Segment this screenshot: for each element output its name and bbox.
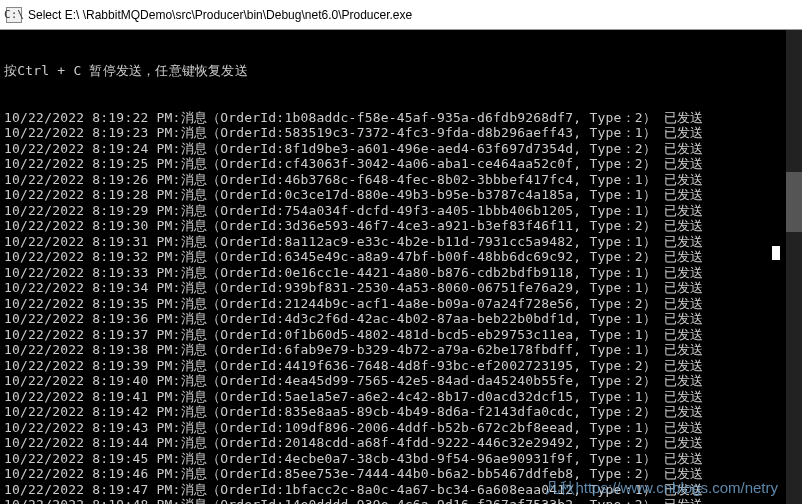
log-line: 10/22/2022 8:19:22 PM:消息（OrderId:1b08add… xyxy=(4,110,798,126)
vertical-scrollbar[interactable] xyxy=(786,30,802,504)
log-line: 10/22/2022 8:19:28 PM:消息（OrderId:0c3ce17… xyxy=(4,187,798,203)
log-line: 10/22/2022 8:19:43 PM:消息（OrderId:109df89… xyxy=(4,420,798,436)
log-line: 10/22/2022 8:19:23 PM:消息（OrderId:583519c… xyxy=(4,125,798,141)
window-titlebar[interactable]: C:\ Select E:\ \RabbitMQDemo\src\Produce… xyxy=(0,0,802,30)
window-title: Select E:\ \RabbitMQDemo\src\Producer\bi… xyxy=(28,8,412,22)
console-output[interactable]: 按Ctrl + C 暂停发送，任意键恢复发送 10/22/2022 8:19:2… xyxy=(0,30,802,504)
log-line: 10/22/2022 8:19:39 PM:消息（OrderId:4419f63… xyxy=(4,358,798,374)
log-line: 10/22/2022 8:19:44 PM:消息（OrderId:20148cd… xyxy=(4,435,798,451)
console-app-icon: C:\ xyxy=(6,7,22,23)
log-line: 10/22/2022 8:19:38 PM:消息（OrderId:6fab9e7… xyxy=(4,342,798,358)
log-line: 10/22/2022 8:19:32 PM:消息（OrderId:6345e49… xyxy=(4,249,798,265)
log-line: 10/22/2022 8:19:30 PM:消息（OrderId:3d36e59… xyxy=(4,218,798,234)
hint-line: 按Ctrl + C 暂停发送，任意键恢复发送 xyxy=(4,63,798,79)
scrollbar-thumb[interactable] xyxy=(786,172,802,232)
log-line: 10/22/2022 8:19:34 PM:消息（OrderId:939bf83… xyxy=(4,280,798,296)
log-line: 10/22/2022 8:19:24 PM:消息（OrderId:8f1d9be… xyxy=(4,141,798,157)
log-line: 10/22/2022 8:19:40 PM:消息（OrderId:4ea45d9… xyxy=(4,373,798,389)
log-line: 10/22/2022 8:19:42 PM:消息（OrderId:835e8aa… xyxy=(4,404,798,420)
log-line: 10/22/2022 8:19:26 PM:消息（OrderId:46b3768… xyxy=(4,172,798,188)
log-line: 10/22/2022 8:19:25 PM:消息（OrderId:cf43063… xyxy=(4,156,798,172)
log-line: 10/22/2022 8:19:45 PM:消息（OrderId:4ecbe0a… xyxy=(4,451,798,467)
log-lines-container: 10/22/2022 8:19:22 PM:消息（OrderId:1b08add… xyxy=(4,110,798,505)
log-line: 10/22/2022 8:19:33 PM:消息（OrderId:0e16cc1… xyxy=(4,265,798,281)
log-line: 10/22/2022 8:19:47 PM:消息（OrderId:1bfacc2… xyxy=(4,482,798,498)
log-line: 10/22/2022 8:19:31 PM:消息（OrderId:8a112ac… xyxy=(4,234,798,250)
selection-cursor xyxy=(772,246,780,260)
log-line: 10/22/2022 8:19:37 PM:消息（OrderId:0f1b60d… xyxy=(4,327,798,343)
log-line: 10/22/2022 8:19:46 PM:消息（OrderId:85ee753… xyxy=(4,466,798,482)
log-line: 10/22/2022 8:19:48 PM:消息（OrderId:14e0ddd… xyxy=(4,497,798,504)
log-line: 10/22/2022 8:19:41 PM:消息（OrderId:5ae1a5e… xyxy=(4,389,798,405)
log-line: 10/22/2022 8:19:36 PM:消息（OrderId:4d3c2f6… xyxy=(4,311,798,327)
log-line: 10/22/2022 8:19:35 PM:消息（OrderId:21244b9… xyxy=(4,296,798,312)
log-line: 10/22/2022 8:19:29 PM:消息（OrderId:754a034… xyxy=(4,203,798,219)
